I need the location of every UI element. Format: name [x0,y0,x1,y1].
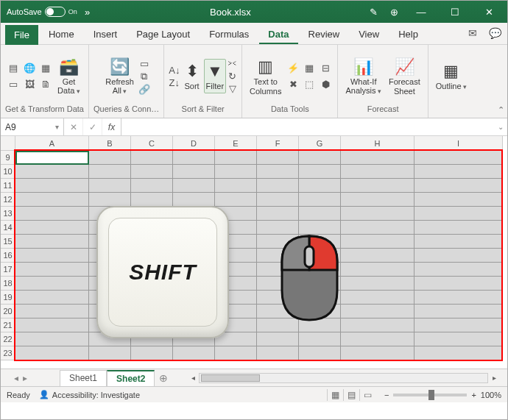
cell[interactable] [173,151,215,165]
tab-nav-next-icon[interactable]: ▸ [23,373,27,383]
cell[interactable] [89,165,131,179]
col-header-D[interactable]: D [173,136,215,151]
cell[interactable] [299,165,341,179]
maximize-button[interactable]: ☐ [442,1,468,23]
row-header-23[interactable]: 23 [1,346,15,360]
cell[interactable] [299,207,341,221]
cell[interactable] [215,179,257,193]
cell[interactable] [15,291,89,305]
cell[interactable] [257,151,299,165]
row-header-19[interactable]: 19 [1,291,15,305]
cell[interactable] [15,207,89,221]
cell[interactable] [414,249,503,263]
cell[interactable] [215,346,257,360]
sort-button[interactable]: ⬍ Sort [181,60,202,92]
cell[interactable] [341,305,414,318]
cell[interactable] [215,193,257,207]
cell[interactable] [173,346,215,360]
col-header-B[interactable]: B [89,136,131,151]
cell[interactable] [341,263,414,277]
cell[interactable] [341,235,414,249]
close-button[interactable]: ✕ [476,1,501,23]
col-header-G[interactable]: G [299,136,341,151]
query-mini-buttons[interactable]: ▤🌐▦ ▭🖼🗎 [6,61,53,92]
cell[interactable] [15,305,89,318]
minimize-button[interactable]: — [409,1,434,23]
cell[interactable] [15,332,89,346]
datatools-mini[interactable]: ⚡▦⊟ ✖⬚⬢ [286,61,333,92]
cell[interactable] [299,346,341,360]
menu-page-layout[interactable]: Page Layout [127,24,199,44]
cell[interactable] [173,165,215,179]
row-header-9[interactable]: 9 [1,151,15,165]
connections-mini[interactable]: ▭⧉🔗 [138,58,150,95]
sheet-tab-sheet1[interactable]: Sheet1 [60,370,107,386]
cell[interactable] [131,179,173,193]
cell[interactable] [341,179,414,193]
col-header-A[interactable]: A [15,136,89,151]
cell[interactable] [341,277,414,291]
row-header-15[interactable]: 15 [1,235,15,249]
cell[interactable] [15,277,89,291]
cell[interactable] [299,151,341,165]
filter-button[interactable]: ▼ Filter [204,59,226,93]
cell[interactable] [341,332,414,346]
zoom-out-icon[interactable]: − [384,391,389,399]
cell[interactable] [15,346,89,360]
cell[interactable] [89,151,131,165]
cell[interactable] [215,165,257,179]
tab-nav-prev-icon[interactable]: ◂ [14,373,18,383]
scroll-left-icon[interactable]: ◂ [187,373,199,383]
row-header-10[interactable]: 10 [1,165,15,179]
cell[interactable] [257,346,299,360]
cell[interactable] [15,221,89,235]
brush-icon[interactable]: ✎ [367,6,379,18]
menu-file[interactable]: File [5,25,38,45]
row-header-17[interactable]: 17 [1,263,15,277]
cell[interactable] [414,193,503,207]
scroll-right-icon[interactable]: ▸ [488,373,500,383]
col-header-C[interactable]: C [131,136,173,151]
cell[interactable] [15,235,89,249]
cell[interactable] [341,193,414,207]
sheet-tab-sheet2[interactable]: Sheet2 [107,370,155,386]
menu-help[interactable]: Help [389,24,427,44]
fx-icon[interactable]: fx [102,118,121,135]
cell[interactable] [131,346,173,360]
cell[interactable] [414,207,503,221]
formula-input[interactable] [121,118,494,135]
row-header-12[interactable]: 12 [1,193,15,207]
cell[interactable] [15,263,89,277]
whatif-button[interactable]: 📊 What-IfAnalysis [342,55,384,97]
filter-mini[interactable]: ⪥↻▽ [227,58,237,94]
cell[interactable] [414,179,503,193]
cell[interactable] [15,193,89,207]
cell[interactable] [341,249,414,263]
menu-insert[interactable]: Insert [85,24,127,44]
cell[interactable] [257,207,299,221]
row-headers[interactable]: 91011121314151617181920212223 [1,151,15,360]
name-box[interactable]: A9 ▾ [1,118,64,135]
col-header-E[interactable]: E [215,136,257,151]
cell[interactable] [414,305,503,318]
get-data-button[interactable]: 🗃️ GetData [54,55,83,97]
cell[interactable] [414,346,503,360]
menu-view[interactable]: View [350,24,388,44]
menu-review[interactable]: Review [300,24,349,44]
select-all-corner[interactable] [1,136,15,151]
cell[interactable] [299,193,341,207]
cell[interactable] [15,249,89,263]
cell[interactable] [257,193,299,207]
menu-data[interactable]: Data [259,24,297,44]
cell[interactable] [257,332,299,346]
sort-az-buttons[interactable]: A↓Z↓ [169,65,180,88]
cell[interactable] [215,151,257,165]
toggle-switch[interactable] [45,7,66,17]
cell[interactable] [414,263,503,277]
cell[interactable] [341,346,414,360]
collapse-ribbon-icon[interactable]: ⌃ [494,45,507,118]
column-headers[interactable]: ABCDEFGHI [15,136,503,151]
enter-formula-icon[interactable]: ✓ [83,118,102,135]
forecast-sheet-button[interactable]: 📈 ForecastSheet [386,55,423,96]
menu-formulas[interactable]: Formulas [200,24,258,44]
